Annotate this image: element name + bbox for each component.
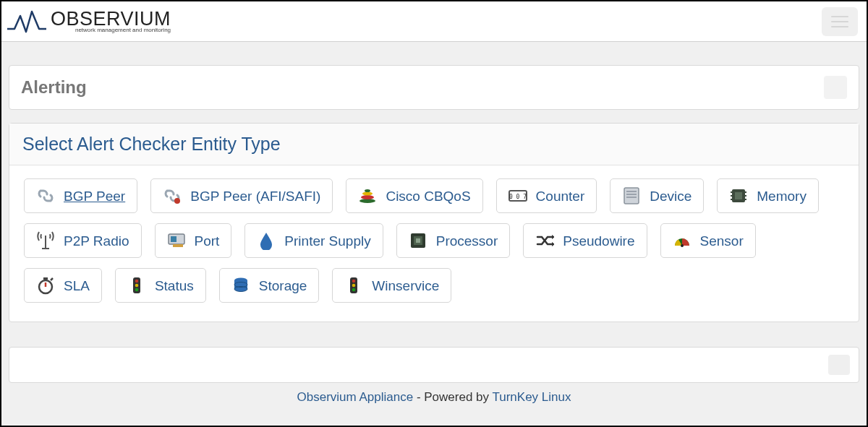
drop-icon [257, 231, 276, 250]
entity-sensor-label: Sensor [700, 234, 744, 248]
traffic-icon [344, 276, 363, 295]
topbar: OBSERVIUM network management and monitor… [1, 1, 867, 42]
alerting-title: Alerting [21, 77, 87, 98]
entity-device-label: Device [650, 189, 692, 203]
entity-device-button[interactable]: Device [610, 178, 704, 213]
traffic-icon [127, 276, 146, 295]
entity-pseudowire-button[interactable]: Pseudowire [523, 223, 647, 258]
logo-mark-icon [7, 7, 46, 36]
stopwatch-icon [36, 276, 55, 295]
page-content: Alerting Select Alert Checker Entity Typ… [1, 42, 867, 412]
entity-pseudowire-label: Pseudowire [563, 234, 634, 248]
footer-appliance-link[interactable]: Observium Appliance [297, 390, 414, 404]
chip-icon [729, 186, 748, 205]
entity-processor-label: Processor [436, 234, 498, 248]
entity-cisco-cbqos-label: Cisco CBQoS [386, 189, 470, 203]
entity-bgp-peer-afisafi-label: BGP Peer (AFI/SAFI) [190, 189, 320, 203]
entity-memory-label: Memory [757, 189, 807, 203]
antenna-icon [36, 231, 55, 250]
entity-port-button[interactable]: Port [155, 223, 232, 258]
entity-bgp-peer-label: BGP Peer [64, 189, 125, 203]
hamburger-menu-button[interactable] [822, 7, 858, 36]
entity-cisco-cbqos-button[interactable]: Cisco CBQoS [346, 178, 482, 213]
logo-text-block: OBSERVIUM network management and monitor… [51, 9, 171, 33]
stack-icon [358, 186, 377, 205]
entity-status-button[interactable]: Status [115, 268, 206, 303]
entity-p2p-radio-button[interactable]: P2P Radio [24, 223, 142, 258]
footer-vendor-link[interactable]: TurnKey Linux [492, 390, 571, 404]
entity-processor-button[interactable]: Processor [396, 223, 511, 258]
entity-type-panel: Select Alert Checker Entity Type BGP Pee… [9, 123, 859, 322]
alerting-panel: Alerting [9, 65, 859, 110]
entity-type-list: BGP PeerBGP Peer (AFI/SAFI)Cisco CBQoSCo… [9, 165, 859, 322]
footer-text: Observium Appliance - Powered by TurnKey… [9, 383, 859, 412]
alerting-action-button[interactable] [824, 76, 847, 99]
entity-bgp-peer-afisafi-button[interactable]: BGP Peer (AFI/SAFI) [150, 178, 333, 213]
footer-panel [9, 347, 859, 383]
entity-counter-label: Counter [536, 189, 585, 203]
server-icon [622, 186, 641, 205]
gauge-icon [673, 231, 692, 250]
cpu-icon [409, 231, 427, 250]
entity-p2p-radio-label: P2P Radio [64, 234, 129, 248]
entity-printer-supply-button[interactable]: Printer Supply [244, 223, 383, 258]
link-pin-icon [163, 186, 182, 205]
entity-type-title: Select Alert Checker Entity Type [22, 134, 846, 155]
alerting-heading-row: Alerting [9, 66, 859, 109]
entity-bgp-peer-button[interactable]: BGP Peer [24, 178, 137, 213]
entity-status-label: Status [155, 279, 194, 293]
counter-icon [509, 186, 527, 205]
entity-counter-button[interactable]: Counter [496, 178, 597, 213]
entity-memory-button[interactable]: Memory [717, 178, 819, 213]
logo-name: OBSERVIUM [51, 9, 171, 29]
entity-type-heading: Select Alert Checker Entity Type [9, 124, 859, 165]
entity-storage-button[interactable]: Storage [219, 268, 320, 303]
entity-sla-label: SLA [64, 279, 90, 293]
entity-port-label: Port [195, 234, 220, 248]
link-icon [36, 186, 55, 205]
logo[interactable]: OBSERVIUM network management and monitor… [7, 7, 171, 36]
entity-storage-label: Storage [259, 279, 307, 293]
logo-tagline: network management and monitoring [51, 27, 171, 33]
entity-sla-button[interactable]: SLA [24, 268, 102, 303]
db-icon [231, 276, 250, 295]
shuffle-icon [535, 231, 554, 250]
entity-winservice-button[interactable]: Winservice [332, 268, 451, 303]
entity-printer-supply-label: Printer Supply [284, 234, 370, 248]
nic-icon [167, 231, 186, 250]
footer-panel-button[interactable] [828, 355, 850, 375]
entity-winservice-label: Winservice [372, 279, 439, 293]
footer-powered-text: - Powered by [413, 390, 492, 404]
entity-sensor-button[interactable]: Sensor [660, 223, 756, 258]
